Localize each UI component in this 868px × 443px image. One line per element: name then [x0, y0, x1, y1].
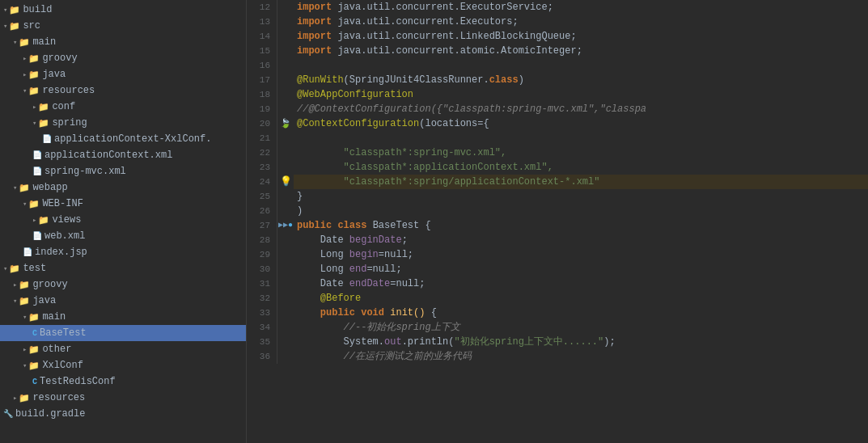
sidebar-item-test[interactable]: ▾📁test	[0, 260, 246, 276]
folder-icon: 📁	[28, 86, 40, 96]
sidebar-item-webxml[interactable]: 📄web.xml	[0, 228, 246, 244]
arrow-icon: ▾	[3, 22, 7, 31]
arrow-icon: ▾	[32, 119, 36, 128]
line-number-28: 28	[247, 233, 277, 247]
sidebar-item-testredisconf[interactable]: CTestRedisConf	[0, 373, 246, 390]
sidebar-item-build-root[interactable]: ▾📁build	[0, 2, 246, 18]
line-content-28: Date beginDate;	[294, 233, 408, 247]
sidebar-item-appContext[interactable]: 📄applicationContext.xml	[0, 147, 246, 163]
sidebar-item-spring[interactable]: ▾📁spring	[0, 115, 246, 131]
line-content-16	[294, 58, 303, 73]
line-gutter-20: 🍃	[277, 116, 294, 131]
folder-icon: 📁	[28, 70, 40, 80]
line-number-25: 25	[247, 189, 277, 204]
line-number-16: 16	[247, 58, 277, 73]
line-gutter-26	[277, 204, 294, 218]
folder-icon: 📁	[28, 361, 40, 371]
code-line-17: 17@RunWith(SpringJUnit4ClassRunner.class…	[247, 73, 868, 87]
code-line-32: 32 @Before	[247, 291, 868, 306]
sidebar-item-xxlconf[interactable]: ▾📁XxlConf	[0, 357, 246, 373]
arrow-icon: ▸	[23, 70, 27, 79]
dot-icon: ●	[288, 218, 293, 233]
line-number-33: 33	[247, 306, 277, 320]
sidebar-item-conf[interactable]: ▸📁conf	[0, 99, 246, 115]
line-number-32: 32	[247, 291, 277, 306]
line-number-15: 15	[247, 44, 277, 58]
line-gutter-17	[277, 73, 294, 87]
sidebar-item-resources[interactable]: ▾📁resources	[0, 82, 246, 99]
line-content-13: import java.util.concurrent.Executors;	[294, 15, 519, 29]
code-line-30: 30 Long end=null;	[247, 262, 868, 276]
tree-item-label: test	[23, 263, 46, 274]
code-editor[interactable]: 12import java.util.concurrent.ExecutorSe…	[247, 0, 868, 443]
tree-item-label: conf	[52, 101, 75, 112]
tree-item-label: XxlConf	[42, 360, 83, 371]
sidebar-item-webinf[interactable]: ▾📁WEB-INF	[0, 196, 246, 212]
folder-icon: 📁	[28, 344, 40, 355]
sidebar-item-groovy[interactable]: ▸📁groovy	[0, 50, 246, 66]
file-icon: C	[32, 327, 40, 339]
line-number-22: 22	[247, 146, 277, 160]
code-line-31: 31 Date endDate=null;	[247, 276, 868, 291]
line-gutter-30	[277, 262, 294, 276]
line-content-29: Long begin=null;	[294, 247, 413, 262]
sidebar-item-webapp[interactable]: ▾📁webapp	[0, 179, 246, 196]
sidebar-item-src[interactable]: ▾📁src	[0, 18, 246, 34]
sidebar-item-resources2[interactable]: ▸📁resources	[0, 390, 246, 406]
line-number-12: 12	[247, 0, 277, 15]
sidebar-item-groovy2[interactable]: ▸📁groovy	[0, 276, 246, 293]
folder-icon: 📁	[19, 280, 30, 290]
sidebar-item-other[interactable]: ▸📁other	[0, 341, 246, 357]
line-gutter-31	[277, 276, 294, 291]
folder-icon: 📁	[19, 296, 30, 306]
code-line-12: 12import java.util.concurrent.ExecutorSe…	[247, 0, 868, 15]
tree-item-label: java	[32, 295, 56, 306]
line-gutter-13	[277, 15, 294, 29]
line-gutter-32	[277, 291, 294, 306]
folder-icon: 📁	[19, 183, 30, 193]
sidebar-item-appContextXxl[interactable]: 📄applicationContext-XxlConf.	[0, 131, 246, 147]
line-content-14: import java.util.concurrent.LinkedBlocki…	[294, 29, 577, 44]
tree-item-label: spring-mvc.xml	[44, 166, 126, 177]
file-icon: 📄	[42, 133, 54, 145]
code-line-21: 21	[247, 131, 868, 146]
line-number-18: 18	[247, 87, 277, 102]
folder-icon: 📁	[28, 53, 40, 64]
sidebar-item-springMvc[interactable]: 📄spring-mvc.xml	[0, 163, 246, 179]
folder-icon: 📁	[19, 37, 30, 48]
file-icon: 📄	[32, 166, 44, 177]
sidebar-item-main[interactable]: ▾📁main	[0, 34, 246, 50]
line-content-36: //在运行测试之前的业务代码	[294, 349, 472, 364]
arrow-icon: ▾	[13, 38, 17, 47]
tree-item-label: build.gradle	[15, 408, 85, 420]
arrow-icon: ▾	[23, 86, 27, 95]
line-gutter-12	[277, 0, 294, 15]
line-gutter-28	[277, 233, 294, 247]
sidebar-item-java2[interactable]: ▾📁java	[0, 293, 246, 309]
line-number-29: 29	[247, 247, 277, 262]
line-gutter-14	[277, 29, 294, 44]
tree-item-label: resources	[32, 392, 85, 403]
sidebar-item-views[interactable]: ▸📁views	[0, 212, 246, 228]
sidebar-item-indexjsp[interactable]: 📄index.jsp	[0, 244, 246, 260]
sidebar-item-basetest[interactable]: CBaseTest	[0, 325, 246, 341]
file-tree[interactable]: ▾📁build▾📁src▾📁main▸📁groovy▸📁java▾📁resour…	[0, 0, 247, 443]
tree-item-label: other	[42, 344, 71, 355]
code-line-20: 20🍃@ContextConfiguration(locations={	[247, 116, 868, 131]
sidebar-item-java[interactable]: ▸📁java	[0, 66, 246, 82]
line-gutter-22	[277, 146, 294, 160]
folder-icon: 📁	[19, 393, 30, 403]
code-line-19: 19//@ContextConfiguration({"classpath:sp…	[247, 102, 868, 116]
line-gutter-34	[277, 320, 294, 335]
line-gutter-21	[277, 131, 294, 146]
line-content-21	[294, 131, 303, 146]
sidebar-item-buildgradle[interactable]: 🔧build.gradle	[0, 406, 246, 422]
tree-item-label: build	[23, 4, 52, 15]
code-line-14: 14import java.util.concurrent.LinkedBloc…	[247, 29, 868, 44]
line-number-31: 31	[247, 276, 277, 291]
code-line-18: 18@WebAppConfiguration	[247, 87, 868, 102]
tree-item-label: views	[52, 214, 81, 226]
code-line-26: 26)	[247, 204, 868, 218]
line-gutter-15	[277, 44, 294, 58]
sidebar-item-main2[interactable]: ▾📁main	[0, 309, 246, 325]
